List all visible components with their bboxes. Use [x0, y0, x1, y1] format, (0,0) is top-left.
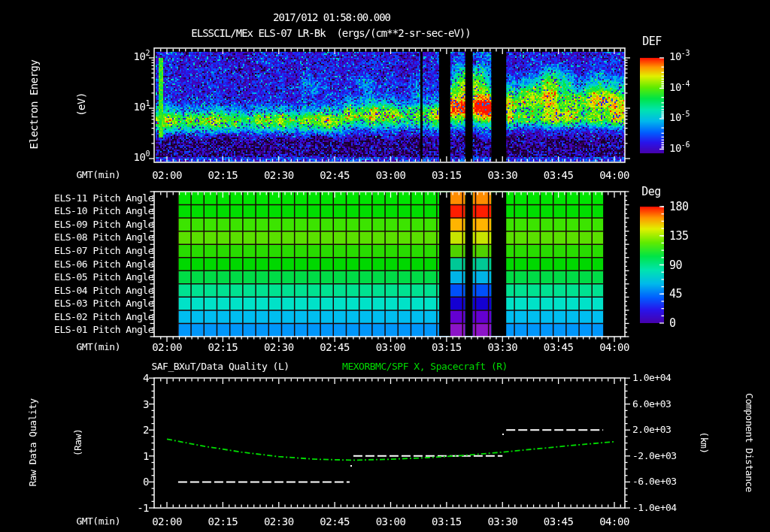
panel3-x-axis-label: GMT(min) — [30, 516, 120, 527]
panel1-x-axis-label: GMT(min) — [30, 170, 120, 180]
colorbar1-tick-3-exp: -6 — [681, 141, 690, 149]
panel3-right-y-tick-0: 1.0e+04 — [632, 373, 671, 383]
panel3-x-tick-03-45: 03:45 — [544, 516, 574, 527]
plot-screen: 2017/012 01:58:00.000 ELSSCIL/MEx ELS-07… — [0, 0, 770, 532]
panel2-row-label-11: ELS-11 Pitch Angle — [41, 193, 153, 204]
panel1-y-axis-label: Electron Energy (eV) — [0, 60, 121, 150]
colorbar2-tick-2: 90 — [669, 259, 682, 272]
colorbar2-tick-1: 135 — [669, 230, 689, 243]
colorbar1-tick-2: 10-5 — [669, 112, 690, 123]
panel3-right-y-tick-2: 2.0e+03 — [632, 425, 671, 435]
panel2-row-label-1: ELS-01 Pitch Angle — [41, 325, 153, 335]
panel3-right-y-axis-label: Component Distance (km) — [666, 393, 770, 492]
panel1-x-tick-02-30: 02:30 — [264, 170, 294, 181]
panel1-x-tick-04-00: 04:00 — [599, 170, 629, 181]
panel2-x-tick-02-15: 02:15 — [208, 342, 238, 353]
panel3-left-y-tick-2: 2 — [111, 425, 149, 436]
panel2-x-tick-02-30: 02:30 — [264, 342, 294, 353]
instrument-title: ELSSCIL/MEx ELS-07 LR-Bk (ergs/(cm**2-sr… — [191, 28, 470, 39]
panel2-row-label-9: ELS-09 Pitch Angle — [41, 219, 153, 230]
panel1-x-tick-02-45: 02:45 — [320, 170, 350, 181]
panel2-row-label-7: ELS-07 Pitch Angle — [41, 246, 153, 256]
panel1-y-tick-0: 102 — [105, 51, 150, 62]
colorbar1-tick-3: 10-6 — [669, 143, 690, 154]
panel3-x-tick-03-15: 03:15 — [432, 516, 462, 527]
panel1-y-tick-2-exp: 0 — [145, 150, 150, 158]
colorbar1-tick-1: 10-4 — [669, 82, 690, 93]
colorbar1-tick-0: 10-3 — [669, 51, 690, 62]
panel3-right-y-tick-4: -6.0e+03 — [632, 476, 677, 487]
panel1-y-tick-1: 101 — [105, 101, 150, 113]
colorbar1-title: DEF — [642, 35, 662, 48]
panel2-row-label-2: ELS-02 Pitch Angle — [41, 312, 153, 322]
panel2-x-tick-02-45: 02:45 — [320, 342, 350, 353]
panel2-x-tick-03-30: 03:30 — [487, 342, 517, 353]
panel1-x-tick-03-30: 03:30 — [487, 170, 517, 181]
panel3-left-y-tick-5: -1 — [111, 503, 149, 514]
timestamp-title: 2017/012 01:58:00.000 — [273, 12, 390, 23]
panel1-x-tick-02-15: 02:15 — [208, 170, 238, 181]
panel1-y-tick-2-base: 10 — [134, 151, 146, 163]
colorbar1-tick-3-base: 10 — [669, 142, 681, 154]
panel2-x-tick-03-45: 03:45 — [544, 342, 574, 353]
panel2-x-axis-label: GMT(min) — [30, 342, 120, 352]
panel1-x-tick-02-00: 02:00 — [152, 170, 182, 181]
colorbar1-tick-0-exp: -3 — [681, 49, 690, 57]
panel2-x-tick-04-00: 04:00 — [599, 342, 629, 353]
colorbar1-tick-1-exp: -4 — [681, 80, 690, 88]
panel1-x-tick-03-45: 03:45 — [544, 170, 574, 181]
panel3-left-y-tick-3: 1 — [111, 451, 149, 462]
panel2-row-label-10: ELS-10 Pitch Angle — [41, 206, 153, 216]
colorbar1-tick-2-base: 10 — [669, 111, 681, 123]
panel3-right-y-axis-label-line2: (km) — [696, 393, 711, 492]
panel3-right-title: MEXORBMC/SPF X, Spacecraft (R) — [342, 361, 508, 372]
colorbar1-tick-1-base: 10 — [669, 81, 681, 93]
panel1-y-tick-0-exp: 2 — [145, 49, 150, 57]
panel3-left-y-axis-label-line1: Raw Data Quality — [26, 398, 41, 486]
panel3-left-y-tick-4: 0 — [111, 476, 149, 488]
colorbar2-tick-4: 0 — [669, 317, 676, 330]
panel3-right-y-tick-5: -1.0e+04 — [632, 503, 677, 513]
panel1-y-tick-0-base: 10 — [134, 50, 146, 62]
panel1-y-axis-label-line1: Electron Energy — [26, 60, 42, 150]
colorbar2-tick-0: 180 — [669, 201, 689, 213]
panel3-x-tick-02-15: 02:15 — [208, 516, 238, 527]
panel1-y-tick-1-exp: 1 — [145, 99, 150, 107]
panel2-row-label-3: ELS-03 Pitch Angle — [41, 298, 153, 309]
panel2-row-label-6: ELS-06 Pitch Angle — [41, 259, 153, 270]
panel3-x-tick-02-00: 02:00 — [152, 516, 182, 527]
colorbar2-tick-3: 45 — [669, 288, 682, 301]
panel3-x-tick-04-00: 04:00 — [599, 516, 629, 527]
panel3-left-y-tick-1: 3 — [111, 399, 149, 410]
colorbar2-title: Deg — [641, 186, 661, 198]
panel3-right-y-tick-3: -2.0e+03 — [632, 451, 677, 461]
panel3-left-y-axis-label: Raw Data Quality (Raw) — [0, 398, 116, 486]
panel2-row-label-4: ELS-04 Pitch Angle — [41, 286, 153, 296]
panel3-x-tick-03-00: 03:00 — [376, 516, 406, 527]
colorbar1-tick-2-exp: -5 — [681, 110, 690, 118]
panel3-left-y-tick-0: 4 — [111, 373, 149, 384]
panel1-y-tick-2: 100 — [105, 152, 150, 163]
panel1-x-tick-03-15: 03:15 — [432, 170, 462, 181]
panel2-row-label-5: ELS-05 Pitch Angle — [41, 272, 153, 283]
panel3-x-tick-03-30: 03:30 — [487, 516, 517, 527]
panel2-x-tick-03-15: 03:15 — [432, 342, 462, 353]
panel3-left-y-axis-label-line2: (Raw) — [71, 398, 86, 486]
panel1-y-axis-label-line2: (eV) — [74, 60, 89, 150]
panel3-x-tick-02-30: 02:30 — [264, 516, 294, 527]
panel2-x-tick-02-00: 02:00 — [152, 342, 182, 353]
panel3-left-title: SAF_BXuT/Data Quality (L) — [151, 361, 289, 372]
panel3-right-y-tick-1: 6.0e+03 — [632, 399, 671, 410]
colorbar1-tick-0-base: 10 — [669, 50, 681, 62]
panel2-row-label-8: ELS-08 Pitch Angle — [41, 232, 153, 243]
panel3-x-tick-02-45: 02:45 — [320, 516, 350, 527]
panel2-x-tick-03-00: 03:00 — [376, 342, 406, 353]
panel1-x-tick-03-00: 03:00 — [376, 170, 406, 181]
panel1-y-tick-1-base: 10 — [134, 101, 146, 113]
panel3-right-y-axis-label-line1: Component Distance — [741, 393, 756, 492]
